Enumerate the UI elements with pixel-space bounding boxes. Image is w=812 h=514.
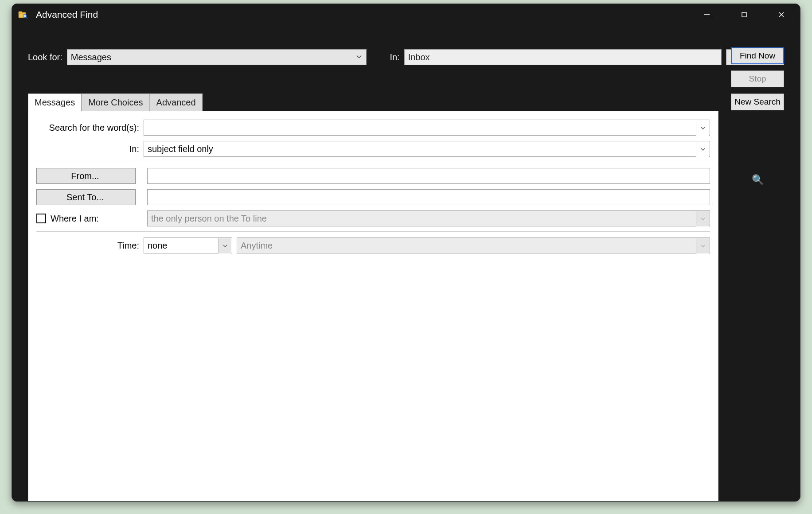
separator xyxy=(36,231,710,232)
time-label: Time: xyxy=(36,241,144,251)
find-now-button[interactable]: Find Now xyxy=(731,47,784,64)
where-i-am-dropdown: the only person on the To line xyxy=(147,210,710,226)
look-for-value: Messages xyxy=(71,52,111,62)
in-folder-input[interactable] xyxy=(404,49,722,65)
svg-rect-5 xyxy=(742,12,746,17)
search-words-input[interactable] xyxy=(144,120,710,136)
from-button[interactable]: From... xyxy=(36,168,136,184)
magnifier-icon: 🔍 xyxy=(752,174,764,186)
time-range-dropdown: Anytime xyxy=(237,238,710,253)
right-button-column: Find Now Stop New Search 🔍 xyxy=(731,47,784,186)
look-for-label: Look for: xyxy=(28,52,62,62)
new-search-button[interactable]: New Search xyxy=(731,93,784,110)
chevron-down-icon xyxy=(696,121,709,136)
from-input[interactable] xyxy=(147,168,710,184)
tab-advanced[interactable]: Advanced xyxy=(150,93,203,111)
advanced-find-window: Advanced Find Look for: Messages In: Bro… xyxy=(12,4,800,502)
chevron-down-icon xyxy=(696,211,709,226)
time-dropdown[interactable]: none xyxy=(144,238,232,253)
close-button[interactable] xyxy=(763,4,800,25)
maximize-button[interactable] xyxy=(726,4,763,25)
messages-tab-panel: Search for the word(s): In: subject fiel… xyxy=(28,111,718,502)
tab-row: Messages More Choices Advanced xyxy=(12,65,718,111)
svg-rect-1 xyxy=(19,12,22,13)
search-in-dropdown[interactable]: subject field only xyxy=(144,141,710,157)
svg-point-2 xyxy=(23,14,27,18)
svg-line-3 xyxy=(26,17,27,19)
window-title: Advanced Find xyxy=(36,9,98,20)
look-for-dropdown[interactable]: Messages xyxy=(67,49,367,65)
folder-search-icon xyxy=(18,10,28,19)
minimize-button[interactable] xyxy=(688,4,726,25)
where-i-am-label: Where I am: xyxy=(51,214,99,224)
where-i-am-checkbox[interactable] xyxy=(36,214,46,223)
search-words-label: Search for the word(s): xyxy=(36,123,144,133)
in-label: In: xyxy=(390,52,399,62)
chevron-down-icon xyxy=(355,52,363,62)
tab-more-choices[interactable]: More Choices xyxy=(82,93,149,111)
stop-button: Stop xyxy=(731,70,784,87)
sent-to-button[interactable]: Sent To... xyxy=(36,189,136,205)
separator xyxy=(36,162,710,162)
chevron-down-icon xyxy=(696,238,709,253)
chevron-down-icon xyxy=(218,238,231,253)
chevron-down-icon xyxy=(696,142,709,157)
search-in-label: In: xyxy=(36,144,144,154)
titlebar: Advanced Find xyxy=(12,4,800,25)
top-controls: Look for: Messages In: Browse... xyxy=(12,25,800,65)
tab-messages[interactable]: Messages xyxy=(28,93,82,111)
sent-to-input[interactable] xyxy=(147,189,710,205)
